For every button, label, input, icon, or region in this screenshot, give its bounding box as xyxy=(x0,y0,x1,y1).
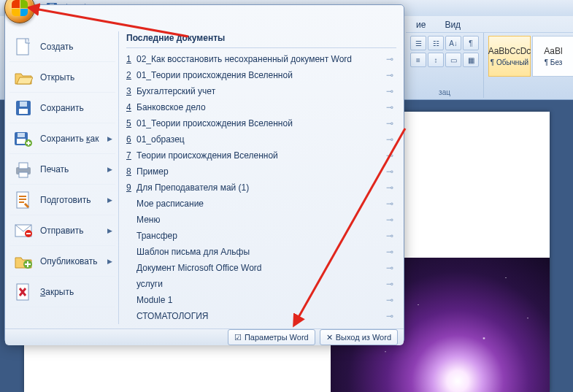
menu-item-label: Сохранить xyxy=(40,103,84,113)
menu-item-label: Опубликовать xyxy=(40,256,97,266)
recent-item-number: 2 xyxy=(126,70,136,80)
pin-icon[interactable]: ⊸ xyxy=(386,311,396,321)
recent-document-item[interactable]: 4Банковское дело⊸ xyxy=(126,99,396,115)
recent-item-number: 8 xyxy=(126,166,136,177)
recent-documents-title: Последние документы xyxy=(126,31,396,48)
recent-document-item[interactable]: 8Пример⊸ xyxy=(126,164,396,180)
pin-icon[interactable]: ⊸ xyxy=(386,166,396,177)
align-left-button[interactable]: ≡ xyxy=(410,53,426,67)
pin-icon[interactable]: ⊸ xyxy=(386,54,396,64)
recent-item-label: 01_образец xyxy=(136,134,386,145)
recent-item-label: СТОМАТОЛОГИЯ xyxy=(136,311,386,321)
recent-item-number: 4 xyxy=(126,102,136,112)
recent-document-item[interactable]: СТОМАТОЛОГИЯ⊸ xyxy=(126,308,396,324)
recent-item-number: 5 xyxy=(126,118,136,128)
pin-icon[interactable]: ⊸ xyxy=(386,247,396,257)
pin-icon[interactable]: ⊸ xyxy=(386,182,396,193)
menu-item-label: Открыть xyxy=(40,72,74,82)
tab-view[interactable]: Вид xyxy=(437,18,468,32)
recent-item-label: Банковское дело xyxy=(136,102,386,112)
pin-icon[interactable]: ⊸ xyxy=(386,231,396,241)
recent-item-label: Меню xyxy=(136,215,386,225)
menu-item-publish[interactable]: Опубликовать▶ xyxy=(9,246,115,277)
recent-item-label: Шаблон письма для Альфы xyxy=(136,247,386,257)
menu-item-new[interactable]: Создать xyxy=(9,31,115,62)
recent-document-item[interactable]: услуги⊸ xyxy=(126,276,396,292)
number-list-button[interactable]: ☷ xyxy=(428,36,444,50)
recent-document-item[interactable]: Трансфер⊸ xyxy=(126,228,396,244)
print-icon xyxy=(14,160,33,179)
pin-icon[interactable]: ⊸ xyxy=(386,118,396,128)
menu-item-label: Сохранить как xyxy=(40,134,99,144)
recent-document-item[interactable]: Шаблон письма для Альфы⊸ xyxy=(126,244,396,260)
svg-rect-5 xyxy=(19,109,28,114)
pin-icon[interactable]: ⊸ xyxy=(386,134,396,145)
shading-button[interactable]: ▭ xyxy=(445,53,461,67)
pin-icon[interactable]: ⊸ xyxy=(386,295,396,305)
recent-item-label: Пример xyxy=(136,166,386,177)
svg-rect-13 xyxy=(19,172,28,177)
recent-document-item[interactable]: Документ Microsoft Office Word⊸ xyxy=(126,260,396,276)
style-no-spacing[interactable]: AaBl ¶ Без xyxy=(532,36,573,77)
pin-icon[interactable]: ⊸ xyxy=(386,86,396,96)
pin-icon[interactable]: ⊸ xyxy=(386,263,396,273)
pin-icon[interactable]: ⊸ xyxy=(386,215,396,225)
submenu-arrow-icon: ▶ xyxy=(107,227,112,234)
recent-document-item[interactable]: Module 1⊸ xyxy=(126,292,396,308)
office-menu-recent-panel: Последние документы 102_Как восстановить… xyxy=(119,31,399,324)
show-marks-button[interactable]: ¶ xyxy=(463,36,479,50)
recent-document-item[interactable]: Мое расписание⊸ xyxy=(126,196,396,212)
submenu-arrow-icon: ▶ xyxy=(107,196,112,204)
pin-icon[interactable]: ⊸ xyxy=(386,102,396,112)
menu-item-prepare[interactable]: Подготовить▶ xyxy=(9,185,115,215)
menu-item-label: Отправить xyxy=(40,226,84,236)
menu-item-open[interactable]: Открыть xyxy=(9,62,115,93)
options-icon: ☑ xyxy=(234,333,242,342)
recent-item-number: 7 xyxy=(126,150,136,161)
recent-item-label: Теории происхождения Вселенной xyxy=(136,150,386,161)
recent-document-item[interactable]: 3Бухгалтерский учет⊸ xyxy=(126,83,396,99)
menu-item-saveas[interactable]: Сохранить как▶ xyxy=(9,123,115,154)
recent-document-item[interactable]: 501_Теории происхождения Вселенной⊸ xyxy=(126,115,396,131)
recent-document-item[interactable]: 7Теории происхождения Вселенной⊸ xyxy=(126,147,396,164)
menu-item-save[interactable]: Сохранить xyxy=(9,93,115,123)
pin-icon[interactable]: ⊸ xyxy=(386,70,396,80)
menu-item-close[interactable]: Закрыть xyxy=(9,277,115,307)
recent-documents-list: 102_Как восстановить несохраненный докум… xyxy=(126,51,396,324)
tab-unknown[interactable]: ие xyxy=(409,18,433,32)
menu-item-print[interactable]: Печать▶ xyxy=(9,154,115,185)
svg-rect-6 xyxy=(20,101,27,107)
borders-button[interactable]: ▦ xyxy=(463,53,479,67)
recent-item-label: Module 1 xyxy=(136,295,386,305)
open-icon xyxy=(14,68,33,87)
office-menu-footer: ☑ Параметры Word ✕ Выход из Word xyxy=(5,328,404,345)
recent-item-label: Бухгалтерский учет xyxy=(136,86,386,96)
recent-document-item[interactable]: 102_Как восстановить несохраненный докум… xyxy=(126,51,396,67)
bullet-list-button[interactable]: ☰ xyxy=(410,36,426,50)
recent-document-item[interactable]: 601_образец⊸ xyxy=(126,131,396,147)
recent-item-label: Трансфер xyxy=(136,231,386,241)
pin-icon[interactable]: ⊸ xyxy=(386,279,396,289)
recent-item-number: 9 xyxy=(126,182,136,193)
styles-group: AaBbCcDc ¶ Обычный AaBl ¶ Без xyxy=(484,33,573,98)
sort-button[interactable]: A↓ xyxy=(445,36,461,50)
recent-item-label: Для Преподавателя май (1) xyxy=(136,182,386,193)
menu-item-label: Создать xyxy=(40,42,74,52)
paragraph-group-label: зац xyxy=(410,88,479,96)
recent-document-item[interactable]: Меню⊸ xyxy=(126,212,396,228)
word-options-button[interactable]: ☑ Параметры Word xyxy=(228,329,315,345)
pin-icon[interactable]: ⊸ xyxy=(386,150,396,161)
recent-document-item[interactable]: 9Для Преподавателя май (1)⊸ xyxy=(126,180,396,196)
recent-item-number: 1 xyxy=(126,54,136,64)
svg-rect-8 xyxy=(17,139,26,144)
recent-document-item[interactable]: 201_Теории происхождения Вселенной⊸ xyxy=(126,67,396,83)
office-menu: СоздатьОткрытьСохранитьСохранить как▶Печ… xyxy=(4,4,404,343)
paragraph-group: ☰☷A↓¶ ≡↕▭▦ зац xyxy=(406,33,484,98)
line-spacing-button[interactable]: ↕ xyxy=(428,53,444,67)
menu-item-send[interactable]: Отправить▶ xyxy=(9,215,115,246)
recent-item-label: Документ Microsoft Office Word xyxy=(136,263,386,273)
pin-icon[interactable]: ⊸ xyxy=(386,199,396,209)
svg-rect-9 xyxy=(18,133,25,137)
exit-word-button[interactable]: ✕ Выход из Word xyxy=(320,329,398,345)
style-normal[interactable]: AaBbCcDc ¶ Обычный xyxy=(488,36,531,77)
